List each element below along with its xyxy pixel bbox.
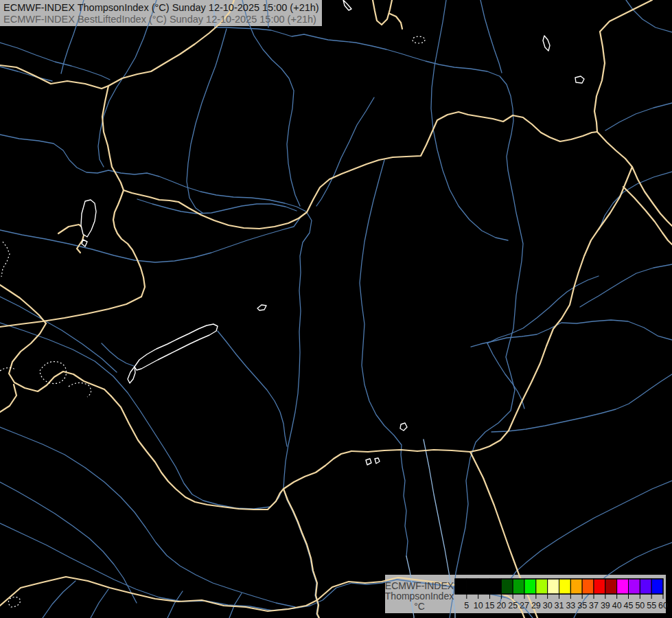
colorbar-cell (467, 579, 478, 594)
colorbar-cell (651, 579, 663, 594)
colorbar-tick-label: 10 (474, 601, 483, 610)
colorbar-tick-label: 33 (566, 601, 575, 610)
header-title-line1: ECMWF-INDEX ThompsonIndex (°C) Sunday 12… (3, 2, 319, 13)
colorbar-tick-label: 37 (589, 601, 599, 610)
map-background (0, 0, 672, 618)
header-text-group: ECMWF-INDEX ThompsonIndex (°C) Sunday 12… (3, 2, 319, 25)
colorbar-tick-label: 30 (543, 601, 553, 610)
weather-map-screenshot: ECMWF-INDEX ThompsonIndex (°C) Sunday 12… (0, 0, 672, 618)
colorbar-tick-label: 27 (520, 601, 529, 610)
header-title-line2: ECMWF-INDEX BestLiftedIndex (°C) Sunday … (3, 14, 316, 25)
colorbar (455, 579, 663, 594)
colorbar-cell (490, 579, 502, 594)
colorbar-cell (501, 579, 513, 594)
colorbar-tick-label: 55 (647, 601, 656, 610)
colorbar-tick-label: 31 (555, 601, 564, 610)
colorbar-cell (640, 579, 651, 594)
colorbar-cell (617, 579, 629, 594)
map-canvas: ECMWF-INDEX ThompsonIndex (°C) Sunday 12… (0, 0, 672, 618)
colorbar-cell (536, 579, 548, 594)
colorbar-cell (605, 579, 617, 594)
colorbar-cell (594, 579, 605, 594)
colorbar-cell (548, 579, 559, 594)
colorbar-cell (629, 579, 640, 594)
colorbar-tick-label: 5 (464, 601, 469, 610)
colorbar-tick-label: 60 (658, 601, 668, 610)
colorbar-tick-label: 15 (485, 601, 495, 610)
colorbar-cell (524, 579, 536, 594)
colorbar-tick-label: 25 (508, 601, 518, 610)
legend-parameter-label: ThompsonIndex (385, 591, 454, 602)
colorbar-cell (582, 579, 594, 594)
colorbar-cell (513, 579, 524, 594)
colorbar-cell (455, 579, 467, 594)
colorbar-tick-label: 40 (612, 601, 622, 610)
colorbar-tick-label: 39 (601, 601, 610, 610)
colorbar-tick-label: 45 (624, 601, 634, 610)
colorbar-tick-label: 29 (531, 601, 541, 610)
legend-product-label: ECMWF-INDEX (385, 580, 454, 591)
colorbar-cell (570, 579, 582, 594)
colorbar-tick-label: 20 (496, 601, 506, 610)
colorbar-tick-label: 35 (577, 601, 587, 610)
legend-unit-label: °C (414, 601, 425, 612)
colorbar-tick-label: 50 (635, 601, 645, 610)
colorbar-cell (478, 579, 490, 594)
colorbar-cell (559, 579, 571, 594)
